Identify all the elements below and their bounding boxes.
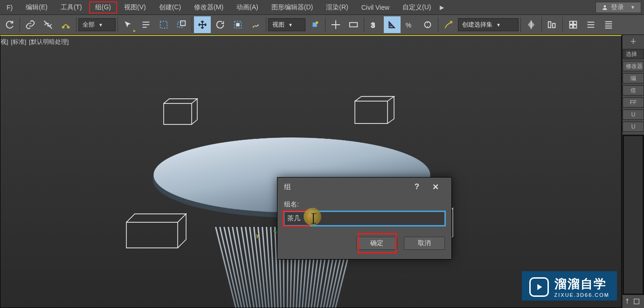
menu-modifiers[interactable]: 修改器(M) (187, 1, 230, 14)
menu-render[interactable]: 渲染(R) (319, 1, 354, 14)
watermark: 溜溜自学 ZIXUE.3D66.COM (522, 271, 617, 301)
ref-coord-combo[interactable]: 视图▼ (268, 18, 305, 31)
window-crossing-button[interactable] (173, 16, 190, 33)
named-sel-edit-button[interactable] (440, 16, 457, 33)
stack-item[interactable]: 倍 (623, 85, 644, 96)
manipulate-button[interactable] (327, 16, 344, 33)
percent-snap-button[interactable]: % (402, 16, 418, 33)
svg-rect-24 (570, 21, 573, 24)
scene-explorer-button[interactable] (582, 16, 599, 33)
svg-rect-11 (236, 23, 239, 26)
rotate-button[interactable] (212, 16, 229, 33)
ref-coord-label: 视图 (272, 21, 284, 29)
select-field[interactable]: 选择 (623, 49, 644, 59)
svg-text:%: % (406, 22, 411, 29)
scale-button[interactable] (229, 16, 246, 33)
close-button[interactable]: ✕ (426, 182, 445, 192)
svg-rect-22 (548, 22, 551, 28)
group-dialog: 组 ? ✕ 组名: 确定 取消 (277, 177, 452, 260)
stack-panel (623, 135, 644, 295)
menu-bar: F) 编辑(E) 工具(T) 组(G) 视图(V) 创建(C) 修改器(M) 动… (0, 0, 644, 14)
selection-filter-label: 全部 (83, 21, 95, 29)
svg-rect-25 (574, 21, 576, 24)
svg-point-14 (316, 21, 319, 24)
pivot-button[interactable] (306, 16, 323, 33)
angle-snap-button[interactable] (384, 16, 401, 33)
watermark-url: ZIXUE.3D66.COM (554, 292, 609, 298)
login-label: 登录 (611, 3, 624, 12)
move-button[interactable] (194, 16, 211, 33)
stack-item[interactable]: U (623, 110, 644, 120)
unlink-button[interactable] (40, 16, 56, 33)
curve-editor-button[interactable] (600, 16, 617, 33)
keyboard-shortcut-button[interactable] (345, 16, 362, 33)
menu-edit[interactable]: 编辑(E) (19, 1, 54, 14)
select-region-button[interactable] (155, 16, 172, 33)
menu-overflow-icon[interactable]: ▶ (438, 4, 446, 11)
stack-item[interactable]: U (623, 122, 644, 132)
menu-group[interactable]: 组(G) (89, 1, 118, 14)
svg-rect-35 (634, 299, 639, 304)
watermark-title: 溜溜自学 (554, 276, 607, 292)
menu-animation[interactable]: 动画(A) (230, 1, 265, 14)
align-button[interactable] (544, 16, 561, 33)
link-button[interactable] (22, 16, 39, 33)
select-by-name-button[interactable] (138, 16, 154, 33)
scene-3d: z y (0, 36, 621, 308)
menu-tools[interactable]: 工具(T) (54, 1, 89, 14)
svg-point-20 (450, 21, 452, 23)
redo-button[interactable] (1, 16, 18, 33)
named-sel-label: 创建选择集 (462, 21, 492, 29)
menu-civil-view[interactable]: Civil View (355, 1, 396, 14)
menu-customize[interactable]: 自定义(U) (396, 1, 437, 14)
main-toolbar: 全部▼ ▸ 视图▼ 3 % 创建选择集▼ (0, 14, 644, 35)
stack-item[interactable]: 编 (623, 73, 644, 83)
selection-filter-combo[interactable]: 全部▼ (78, 18, 116, 31)
modifier-list[interactable]: 修改器 (623, 61, 644, 71)
stack-item[interactable]: FF (623, 97, 644, 108)
select-button[interactable]: ▸ (120, 16, 137, 33)
mirror-button[interactable] (523, 16, 540, 33)
svg-text:3: 3 (371, 21, 375, 29)
cancel-button[interactable]: 取消 (404, 237, 445, 250)
menu-create[interactable]: 创建(C) (152, 1, 187, 14)
text-cursor-icon (313, 213, 314, 224)
menu-view[interactable]: 视图(V) (118, 1, 152, 14)
svg-rect-27 (574, 25, 576, 28)
svg-point-0 (604, 5, 606, 7)
play-icon (529, 277, 549, 297)
bind-button[interactable] (57, 16, 74, 33)
group-name-input[interactable] (284, 212, 445, 226)
user-icon (602, 4, 608, 11)
layer-button[interactable] (565, 16, 582, 33)
group-name-label: 组名: (284, 200, 299, 208)
ok-button[interactable]: 确定 (356, 237, 397, 250)
placement-button[interactable] (247, 16, 264, 33)
command-panel: + 选择 修改器 编 倍 FF U U (622, 35, 644, 308)
svg-rect-15 (350, 22, 358, 27)
dialog-title: 组 (284, 183, 291, 192)
snap-toggle-button[interactable]: 3 (366, 16, 383, 33)
svg-rect-7 (160, 21, 167, 28)
named-sel-combo[interactable]: 创建选择集▼ (458, 18, 519, 31)
spinner-snap-button[interactable] (419, 16, 436, 33)
viewport[interactable]: 视] [标准] [默认明暗处理] z y (0, 35, 622, 308)
svg-point-12 (253, 26, 255, 28)
login-button[interactable]: 登录 ▼ (596, 2, 641, 13)
config-icon[interactable] (633, 298, 640, 307)
svg-rect-26 (570, 25, 573, 28)
create-tab[interactable]: + (623, 35, 644, 48)
help-button[interactable]: ? (408, 182, 426, 192)
caret-down-icon: ▼ (630, 5, 635, 10)
pin-icon[interactable] (623, 298, 631, 307)
menu-graph-editors[interactable]: 图形编辑器(D) (265, 1, 319, 14)
svg-rect-23 (553, 23, 555, 27)
menu-file[interactable]: F) (0, 1, 19, 14)
